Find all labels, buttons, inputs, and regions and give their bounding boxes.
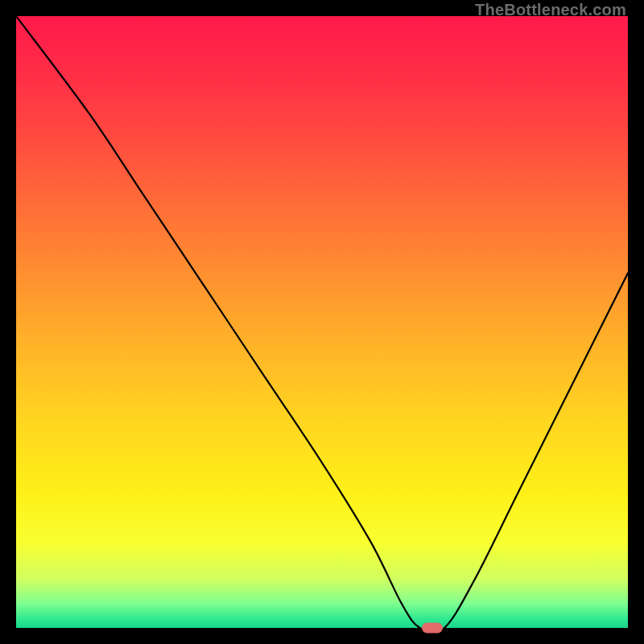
bottleneck-curve xyxy=(16,16,628,628)
optimal-marker xyxy=(422,623,443,634)
plot-area xyxy=(16,16,628,628)
chart-container: TheBottleneck.com xyxy=(0,0,644,644)
